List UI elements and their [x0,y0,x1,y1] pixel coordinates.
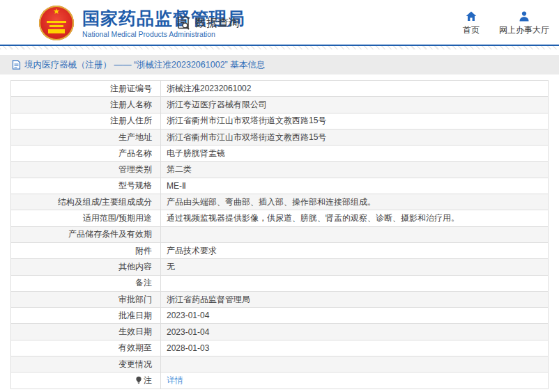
row-value [161,275,549,291]
row-label: 管理类别 [118,164,152,174]
row-value: ME-Ⅱ [161,178,549,194]
row-label: 注 [144,375,152,385]
national-emblem-icon: ★ [39,6,74,40]
table-row: 备注 [11,275,549,291]
row-value: 2023-01-04 [161,324,549,340]
data-query-tab[interactable]: 数据查询 [176,15,240,31]
row-label: 注册证编号 [110,84,152,93]
row-label: 适用范围/预期用途 [83,213,152,223]
row-label: 生产地址 [118,132,152,142]
row-label: 型号规格 [118,180,152,190]
row-value [161,356,549,373]
nav-item-home[interactable]: 首页 [463,11,480,36]
table-row: 附件 产品技术要求 [11,242,549,258]
info-table: 注册证编号 浙械注准20232061002 注册人名称 浙江夸迈医疗器械有限公司 [10,80,549,389]
row-value: 浙江省衢州市江山市双塔街道文教西路15号 [161,129,549,145]
breadcrumb: 境内医疗器械（注册） —— “浙械注准20232061002” 基本信息 [0,55,559,75]
bulb-icon [135,376,142,384]
table-row: 变更情况 [11,356,549,373]
header-nav: 首页 网上办事大厅 [463,11,549,36]
row-value: 详情 [161,373,549,389]
header: ★ 国家药品监督管理局 National Medical Products Ad… [0,0,559,46]
row-label: 变更情况 [118,359,152,369]
row-value: 浙械注准20232061002 [161,81,549,97]
row-label: 其他内容 [118,262,152,272]
row-value: 通过视频监视器提供影像，供尿道、膀胱、肾盂的观察、诊断、摄影和治疗用。 [161,210,549,226]
row-value: 第二类 [161,162,549,178]
table-row: 产品名称 电子膀胱肾盂镜 [11,146,549,162]
row-value [161,226,549,242]
nav-home-label: 首页 [463,24,480,36]
page-title: 境内医疗器械（注册） —— “浙械注准20232061002” 基本信息 [24,59,265,71]
row-value: 电子膀胱肾盂镜 [161,146,549,162]
row-value: 浙江省衢州市江山市双塔街道文教西路15号 [161,113,549,129]
row-label: 生效日期 [118,327,152,336]
nav-item-service-hall[interactable]: 网上办事大厅 [499,11,549,36]
table-row: 有效期至 2028-01-03 [11,340,549,356]
table-row: 注册人名称 浙江夸迈医疗器械有限公司 [11,97,549,113]
nav-service-hall-label: 网上办事大厅 [499,24,549,36]
row-label: 批准日期 [118,311,152,320]
table-row: 结构及组成/主要组成成分 产品由头端部、弯曲部、插入部、操作部和连接部组成。 [11,194,549,210]
row-label: 备注 [135,278,152,288]
user-icon [519,11,530,22]
table-row: 注册人住所 浙江省衢州市江山市双塔街道文教西路15号 [11,113,549,129]
row-value: 无 [161,259,549,275]
row-label: 有效期至 [118,343,152,352]
row-value: 产品由头端部、弯曲部、插入部、操作部和连接部组成。 [161,194,549,210]
row-label: 审批部门 [118,295,152,304]
row-label: 注册人名称 [110,100,152,109]
row-label: 产品名称 [118,148,152,158]
row-value: 产品技术要求 [161,242,549,258]
table-row: 生产地址 浙江省衢州市江山市双塔街道文教西路15号 [11,129,549,145]
table-row: 其他内容 无 [11,259,549,275]
row-value: 2028-01-03 [161,340,549,356]
details-link[interactable]: 详情 [167,375,183,385]
row-label: 注册人住所 [110,116,152,125]
row-label: 结构及组成/主要组成成分 [58,197,152,207]
org-name-en: National Medical Products Administration [82,30,245,38]
table-row: 审批部门 浙江省药品监督管理局 [11,291,549,307]
table-row: 管理类别 第二类 [11,162,549,178]
table-row: 适用范围/预期用途 通过视频监视器提供影像，供尿道、膀胱、肾盂的观察、诊断、摄影… [11,210,549,226]
document-icon [12,60,21,70]
row-value: 2023-01-04 [161,308,549,324]
row-value: 浙江夸迈医疗器械有限公司 [161,97,549,113]
row-label: 附件 [135,246,152,256]
table-row: 批准日期 2023-01-04 [11,308,549,324]
table-row: 注册证编号 浙械注准20232061002 [11,81,549,97]
table-row: 产品储存条件及有效期 [11,226,549,242]
row-label: 产品储存条件及有效期 [68,229,152,239]
table-row: 注 详情 [11,373,549,389]
data-query-label: 数据查询 [195,16,240,31]
home-icon [466,11,477,22]
table-row: 生效日期 2023-01-04 [11,324,549,340]
registration-info-section: 注册证编号 浙械注准20232061002 注册人名称 浙江夸迈医疗器械有限公司 [10,80,549,389]
row-value: 浙江省药品监督管理局 [161,291,549,307]
table-row: 型号规格 ME-Ⅱ [11,178,549,194]
document-search-icon [176,15,192,31]
